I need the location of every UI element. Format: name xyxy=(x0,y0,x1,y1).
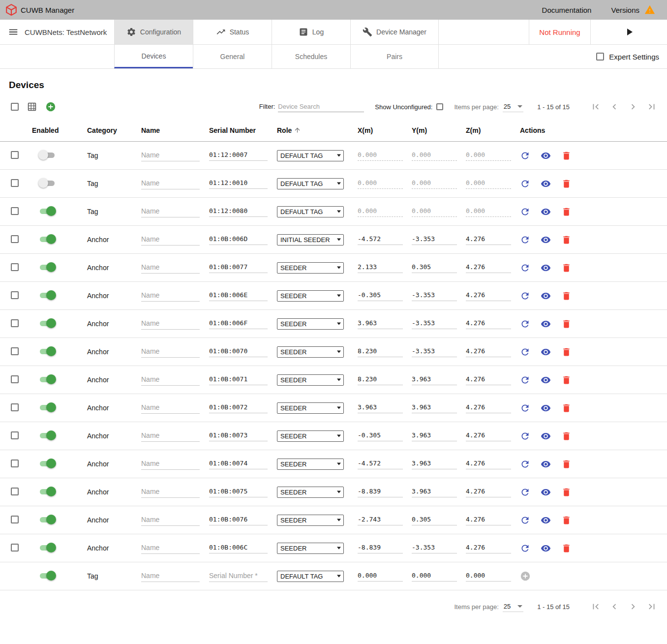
prev-page-button[interactable] xyxy=(607,599,622,614)
z-input[interactable] xyxy=(466,234,511,245)
row-checkbox[interactable] xyxy=(11,347,19,355)
items-per-page-select-bottom[interactable]: 25 xyxy=(503,602,523,612)
name-input[interactable] xyxy=(141,290,200,302)
z-input[interactable] xyxy=(466,374,511,385)
visibility-button[interactable] xyxy=(541,515,551,525)
refresh-button[interactable] xyxy=(520,263,530,273)
row-checkbox[interactable] xyxy=(11,151,19,159)
refresh-button[interactable] xyxy=(520,347,530,357)
refresh-button[interactable] xyxy=(520,207,530,217)
role-select[interactable]: SEEDER xyxy=(277,318,344,330)
x-input[interactable] xyxy=(358,459,403,469)
first-page-button[interactable] xyxy=(588,599,603,614)
expert-settings-checkbox[interactable] xyxy=(596,53,604,61)
refresh-button[interactable] xyxy=(520,235,530,245)
name-input[interactable] xyxy=(141,459,200,470)
x-input[interactable] xyxy=(358,346,403,357)
z-input[interactable] xyxy=(466,262,511,273)
delete-button[interactable] xyxy=(561,151,572,161)
last-page-button[interactable] xyxy=(644,599,659,614)
hamburger-menu-icon[interactable] xyxy=(8,27,19,37)
role-select[interactable]: SEEDER xyxy=(277,346,344,358)
header-role[interactable]: Role xyxy=(273,126,353,134)
show-unconfigured-checkbox[interactable] xyxy=(436,103,443,110)
start-network-button[interactable] xyxy=(590,20,667,44)
x-input[interactable] xyxy=(358,290,403,301)
next-page-button[interactable] xyxy=(626,99,640,114)
delete-button[interactable] xyxy=(561,319,572,329)
y-input[interactable] xyxy=(412,571,457,582)
refresh-button[interactable] xyxy=(520,179,530,189)
delete-button[interactable] xyxy=(561,543,572,553)
y-input[interactable] xyxy=(412,459,457,469)
role-select[interactable]: SEEDER xyxy=(277,290,344,302)
name-input[interactable] xyxy=(141,262,200,274)
visibility-button[interactable] xyxy=(541,291,551,301)
z-input[interactable] xyxy=(466,571,511,582)
visibility-button[interactable] xyxy=(541,403,551,413)
role-select[interactable]: DEFAULT TAG xyxy=(277,571,344,582)
refresh-button[interactable] xyxy=(520,375,530,385)
name-input[interactable] xyxy=(141,487,200,498)
refresh-button[interactable] xyxy=(520,459,530,469)
x-input[interactable] xyxy=(358,262,403,273)
x-input[interactable] xyxy=(358,402,403,413)
z-input[interactable] xyxy=(466,459,511,469)
x-input[interactable] xyxy=(358,234,403,245)
row-checkbox[interactable] xyxy=(11,235,19,243)
tab-device-manager[interactable]: Device Manager xyxy=(350,20,439,44)
name-input[interactable] xyxy=(141,430,200,442)
role-select[interactable]: SEEDER xyxy=(277,402,344,414)
first-page-button[interactable] xyxy=(588,99,603,114)
visibility-button[interactable] xyxy=(541,319,551,329)
z-input[interactable] xyxy=(466,430,511,441)
refresh-button[interactable] xyxy=(520,151,530,161)
delete-button[interactable] xyxy=(561,375,572,385)
x-input[interactable] xyxy=(358,515,403,525)
y-input[interactable] xyxy=(412,234,457,245)
visibility-button[interactable] xyxy=(541,431,551,441)
name-input[interactable] xyxy=(141,515,200,526)
refresh-button[interactable] xyxy=(520,543,530,553)
enabled-toggle[interactable] xyxy=(38,402,56,412)
enabled-toggle[interactable] xyxy=(38,459,56,468)
visibility-button[interactable] xyxy=(541,151,551,161)
y-input[interactable] xyxy=(412,487,457,497)
z-input[interactable] xyxy=(466,543,511,553)
enabled-toggle[interactable] xyxy=(38,487,56,496)
documentation-link[interactable]: Documentation xyxy=(542,6,592,14)
x-input[interactable] xyxy=(358,487,403,497)
role-select[interactable]: SEEDER xyxy=(277,374,344,386)
enabled-toggle[interactable] xyxy=(38,262,56,272)
role-select[interactable]: DEFAULT TAG xyxy=(277,206,344,217)
x-input[interactable] xyxy=(358,430,403,441)
delete-button[interactable] xyxy=(561,291,572,301)
enabled-toggle[interactable] xyxy=(38,150,56,160)
row-checkbox[interactable] xyxy=(11,488,19,495)
z-input[interactable] xyxy=(466,402,511,413)
y-input[interactable] xyxy=(412,374,457,385)
refresh-button[interactable] xyxy=(520,431,530,441)
row-checkbox[interactable] xyxy=(11,375,19,383)
items-per-page-select[interactable]: 25 xyxy=(503,102,523,112)
refresh-button[interactable] xyxy=(520,515,530,525)
confirm-add-button[interactable] xyxy=(520,571,531,582)
name-input[interactable] xyxy=(141,178,200,189)
y-input[interactable] xyxy=(412,262,457,273)
y-input[interactable] xyxy=(412,515,457,525)
row-checkbox[interactable] xyxy=(11,403,19,411)
name-input[interactable] xyxy=(141,234,200,245)
delete-button[interactable] xyxy=(561,235,572,245)
versions-link[interactable]: Versions xyxy=(611,6,639,14)
enabled-toggle[interactable] xyxy=(38,234,56,244)
enabled-toggle[interactable] xyxy=(38,515,56,524)
name-input[interactable] xyxy=(141,374,200,386)
x-input[interactable] xyxy=(358,543,403,553)
enabled-toggle[interactable] xyxy=(38,206,56,216)
role-select[interactable]: SEEDER xyxy=(277,487,344,498)
y-input[interactable] xyxy=(412,318,457,329)
subtab-devices[interactable]: Devices xyxy=(114,45,193,68)
row-checkbox[interactable] xyxy=(11,516,19,523)
delete-button[interactable] xyxy=(561,459,572,469)
enabled-toggle[interactable] xyxy=(38,178,56,188)
